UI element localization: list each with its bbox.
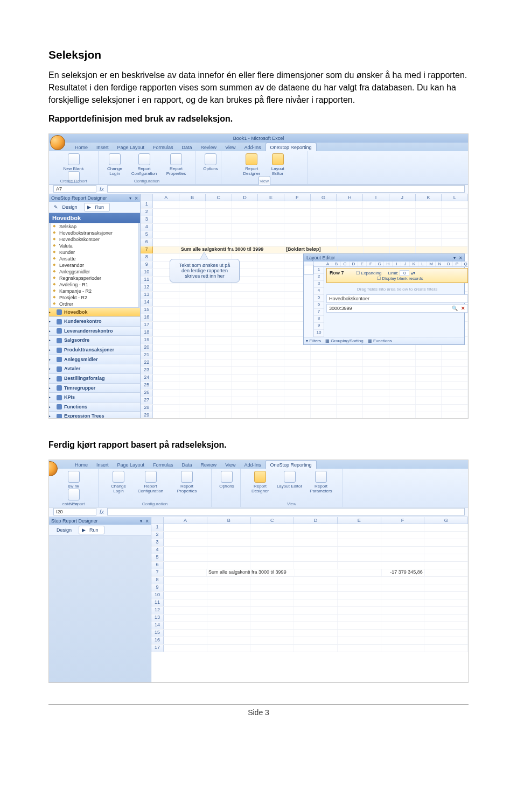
cell[interactable] xyxy=(179,292,206,299)
cell[interactable] xyxy=(164,592,207,599)
change-login-button[interactable]: Change Login xyxy=(107,471,130,493)
cell[interactable] xyxy=(416,397,442,404)
cell[interactable] xyxy=(338,246,364,253)
cell[interactable] xyxy=(424,584,468,591)
cell[interactable] xyxy=(164,547,207,554)
cell[interactable] xyxy=(389,239,416,246)
cell[interactable] xyxy=(311,405,337,412)
cell[interactable] xyxy=(381,622,425,629)
cell[interactable] xyxy=(337,405,363,412)
row-header[interactable]: 20 xyxy=(141,344,153,351)
cell[interactable] xyxy=(153,216,179,223)
cell[interactable] xyxy=(389,216,416,223)
cell[interactable] xyxy=(206,299,232,306)
cell[interactable] xyxy=(424,592,468,599)
cell[interactable] xyxy=(258,367,284,374)
cell[interactable] xyxy=(258,284,284,291)
options-button[interactable]: Options xyxy=(199,153,222,171)
cell[interactable] xyxy=(284,352,311,359)
remove-icon[interactable]: ✕ xyxy=(461,306,465,311)
cell[interactable] xyxy=(442,390,468,397)
nav-item[interactable]: Kundereskontro xyxy=(49,317,140,327)
cell[interactable] xyxy=(442,224,468,231)
cell[interactable] xyxy=(258,292,284,299)
cell[interactable] xyxy=(164,630,207,637)
cell[interactable] xyxy=(284,344,311,351)
cell[interactable] xyxy=(284,231,311,238)
cell[interactable] xyxy=(164,569,207,576)
tree-item[interactable]: Anleggsmidler xyxy=(51,269,138,275)
cell[interactable] xyxy=(232,329,258,336)
column-header[interactable]: F xyxy=(284,194,311,201)
cell[interactable] xyxy=(207,539,251,546)
cell[interactable] xyxy=(338,547,381,554)
row-header[interactable]: 3 xyxy=(141,216,153,223)
cell[interactable] xyxy=(389,201,416,208)
le-col-header[interactable]: H xyxy=(384,262,393,266)
cell[interactable] xyxy=(207,577,251,584)
cell[interactable] xyxy=(442,359,468,366)
cell[interactable]: [Bokført beløp] xyxy=(284,246,311,253)
le-col-header[interactable]: F xyxy=(367,262,375,266)
cell[interactable] xyxy=(164,637,207,644)
cell[interactable]: Sum alle salgskonti fra 3000 til 3999 xyxy=(207,569,252,576)
cell[interactable] xyxy=(311,352,337,359)
cell[interactable] xyxy=(311,397,337,404)
cell[interactable] xyxy=(258,382,284,389)
cell[interactable] xyxy=(207,607,251,614)
cell[interactable] xyxy=(338,577,381,584)
cell[interactable] xyxy=(311,382,337,389)
cell[interactable] xyxy=(179,299,206,306)
row-header[interactable]: 12 xyxy=(151,607,164,614)
cell[interactable] xyxy=(381,547,425,554)
cell[interactable]: -17 379 345,86 xyxy=(382,569,425,576)
cell[interactable] xyxy=(442,209,468,216)
run-button[interactable]: ▶ Run xyxy=(84,203,110,211)
fx-icon[interactable]: fx xyxy=(100,509,104,515)
cell[interactable] xyxy=(337,390,363,397)
cell[interactable] xyxy=(416,382,442,389)
cell[interactable] xyxy=(337,375,363,382)
cell[interactable] xyxy=(232,352,258,359)
cell[interactable] xyxy=(338,532,381,539)
cell[interactable] xyxy=(294,592,338,599)
cell[interactable] xyxy=(416,231,442,238)
ribbon-tab-review[interactable]: Review xyxy=(197,461,221,469)
cell[interactable] xyxy=(294,622,338,629)
cell[interactable] xyxy=(442,239,468,246)
cell[interactable] xyxy=(232,307,258,314)
pane-dropdown-icon[interactable]: ▾ xyxy=(129,196,131,201)
cell[interactable] xyxy=(311,209,337,216)
tree-item[interactable]: Avdeling - R1 xyxy=(51,281,138,288)
cell[interactable] xyxy=(424,607,468,614)
column-header[interactable]: B xyxy=(179,194,206,201)
row-header[interactable]: 11 xyxy=(141,277,153,284)
cell[interactable] xyxy=(179,390,206,397)
row-header[interactable]: 1 xyxy=(141,201,153,208)
cell[interactable] xyxy=(250,615,294,622)
cell[interactable] xyxy=(232,337,258,344)
cell[interactable] xyxy=(206,359,232,366)
le-col-header[interactable]: O xyxy=(444,262,453,266)
ribbon-tab-insert[interactable]: Insert xyxy=(92,461,113,469)
column-header[interactable]: A xyxy=(164,517,207,524)
cell[interactable] xyxy=(207,599,251,606)
cell[interactable] xyxy=(207,592,251,599)
cell[interactable] xyxy=(363,239,389,246)
cell[interactable] xyxy=(442,367,468,374)
row-header[interactable]: 27 xyxy=(141,397,153,404)
ribbon-tab-view[interactable]: View xyxy=(221,461,240,469)
cell[interactable] xyxy=(250,607,294,614)
le-row-header[interactable]: 4 xyxy=(314,288,324,295)
cell[interactable] xyxy=(153,337,179,344)
cell[interactable] xyxy=(424,645,468,652)
cell[interactable] xyxy=(389,405,416,412)
column-header[interactable]: C xyxy=(251,517,295,524)
cell[interactable] xyxy=(363,231,389,238)
cell[interactable] xyxy=(153,405,179,412)
column-header[interactable]: D xyxy=(294,517,338,524)
design-tab[interactable]: ✎ Design xyxy=(51,203,83,211)
cell[interactable] xyxy=(294,630,338,637)
fx-icon[interactable]: fx xyxy=(100,186,104,192)
cell[interactable] xyxy=(338,554,381,561)
